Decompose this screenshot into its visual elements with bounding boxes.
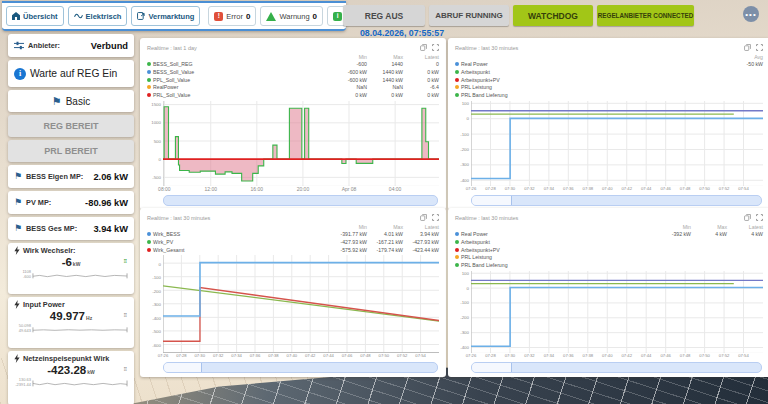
legend-value: 4.01 kW bbox=[367, 231, 403, 237]
legend-row[interactable]: BESS_Soll_REG-60014400 bbox=[147, 61, 439, 69]
fullscreen-icon[interactable] bbox=[432, 44, 439, 51]
tab-vermarktung[interactable]: Vermarktung bbox=[131, 6, 200, 26]
legend-row[interactable]: Real Power-392 kW4 kW4 kW bbox=[455, 231, 763, 239]
tab-elektrisch[interactable]: Elektrisch bbox=[68, 6, 128, 26]
copy-icon[interactable] bbox=[420, 44, 427, 51]
chart-title: Realtime : last 30 minutes bbox=[455, 45, 518, 51]
regelanbieter-connected-button[interactable]: REGELANBIETER CONNECTED bbox=[597, 5, 694, 26]
legend-value: -427.93 kW bbox=[331, 239, 367, 245]
fullscreen-icon[interactable] bbox=[756, 44, 763, 51]
legend-value: -392 kW bbox=[655, 231, 691, 237]
plot-area[interactable] bbox=[471, 271, 763, 353]
legend-value: -575.92 kW bbox=[331, 247, 367, 253]
legend-row[interactable]: Arbeitspunkt+PV bbox=[455, 246, 763, 254]
x-tick-label: 07:40 bbox=[287, 353, 297, 358]
plot-area[interactable] bbox=[163, 255, 439, 353]
chart-navigator[interactable] bbox=[471, 362, 762, 373]
navigator-selection[interactable] bbox=[164, 363, 202, 372]
y-axis-labels: 1000-100-200-300-400 bbox=[455, 101, 471, 186]
fullscreen-icon[interactable] bbox=[756, 214, 763, 221]
legend-header: Avg bbox=[455, 53, 763, 61]
tab-label: Elektrisch bbox=[86, 12, 122, 21]
chart-navigator[interactable] bbox=[471, 195, 762, 206]
mini-grid-icon[interactable]: ⠿ bbox=[123, 366, 128, 372]
chart-legend: AvgReal Power-50 kWArbeitspunktArbeitspu… bbox=[455, 53, 763, 99]
y-tick-label: -100 bbox=[460, 300, 469, 305]
fullscreen-icon[interactable] bbox=[432, 214, 439, 221]
x-tick-label: 07:34 bbox=[544, 186, 554, 191]
legend-dot bbox=[455, 240, 459, 244]
legend-row[interactable]: PPL_Soll_Value-600 kW1440 kW0 kW bbox=[147, 76, 439, 84]
abruf-running-button[interactable]: ABRUF RUNNING bbox=[429, 5, 509, 26]
copy-icon[interactable] bbox=[420, 214, 427, 221]
mini-grid-icon[interactable]: ⠿ bbox=[123, 258, 128, 264]
copy-icon[interactable] bbox=[744, 214, 751, 221]
x-tick-label: 07:42 bbox=[621, 186, 631, 191]
x-tick-label: 07:26 bbox=[466, 353, 476, 358]
tab-label: Vermarktung bbox=[148, 12, 194, 21]
error-counter[interactable]: ! Error 0 bbox=[208, 6, 256, 26]
legend-value: NaN bbox=[331, 84, 367, 90]
x-tick-label: 07:48 bbox=[360, 353, 370, 358]
y-tick-label: -200 bbox=[460, 315, 469, 320]
plot-area[interactable] bbox=[471, 101, 763, 186]
metric-pv-mp: ⚑ PV MP: -80.96 kW bbox=[8, 191, 134, 214]
legend-row[interactable]: PRL Leistung bbox=[455, 253, 763, 261]
copy-icon[interactable] bbox=[744, 44, 751, 51]
navigator-selection[interactable] bbox=[472, 363, 512, 372]
legend-row[interactable]: Arbeitspunkt+PV bbox=[455, 76, 763, 84]
legend-row[interactable]: Arbeitspunkt bbox=[455, 238, 763, 246]
legend-row[interactable]: PRL_Soll_Value0 kW0 kW0 kW bbox=[147, 91, 439, 99]
prl-bereit-button[interactable]: PRL BEREIT bbox=[8, 140, 134, 162]
reg-bereit-button[interactable]: REG BEREIT bbox=[8, 115, 134, 137]
navigator-selection[interactable] bbox=[472, 196, 512, 205]
plot-area[interactable] bbox=[163, 101, 439, 186]
legend-row[interactable]: PRL Band Lieferung bbox=[455, 261, 763, 269]
tab-uebersicht[interactable]: Übersicht bbox=[6, 6, 64, 26]
legend-value: NaN bbox=[367, 84, 403, 90]
legend-value: 4 kW bbox=[691, 231, 727, 237]
legend-row[interactable]: PRL Leistung bbox=[455, 83, 763, 91]
y-tick-label: 0 bbox=[159, 261, 161, 266]
x-tick-label: 07:44 bbox=[641, 353, 651, 358]
legend-dot bbox=[147, 62, 151, 66]
x-tick-label: 07:38 bbox=[583, 186, 593, 191]
x-tick-label: 07:30 bbox=[505, 186, 515, 191]
chart-legend: MinMaxLatestBESS_Soll_REG-60014400BESS_S… bbox=[147, 53, 439, 99]
warning-counter[interactable]: Warnung 0 bbox=[260, 6, 323, 26]
legend-row[interactable]: Arbeitspunkt bbox=[455, 68, 763, 76]
watchdog-button[interactable]: WATCHDOG bbox=[513, 5, 593, 26]
legend-row[interactable]: Wirk_Gesamt-575.92 kW-179.74 kW-423.44 k… bbox=[147, 246, 439, 254]
legend-column-header: Min bbox=[655, 224, 691, 230]
legend-column-header: Avg bbox=[727, 54, 763, 60]
x-tick-label: 07:32 bbox=[524, 353, 534, 358]
reg-status-card: i Warte auf REG Ein bbox=[8, 60, 134, 87]
more-options-button[interactable]: ••• bbox=[743, 6, 759, 22]
sparkline bbox=[32, 324, 128, 334]
sparkline bbox=[32, 270, 128, 280]
reg-aus-button[interactable]: REG AUS bbox=[343, 5, 425, 26]
legend-row[interactable]: BESS_Soll_Value-600 kW1440 kW0 kW bbox=[147, 68, 439, 76]
legend-row[interactable]: PRL Band Lieferung bbox=[455, 91, 763, 99]
legend-row[interactable]: RealPowerNaNNaN-6.4 bbox=[147, 83, 439, 91]
metric-label: PV MP: bbox=[26, 198, 51, 207]
legend-dot bbox=[455, 78, 459, 82]
legend-dot bbox=[147, 85, 151, 89]
legend-row[interactable]: Wirk_PV-427.93 kW-167.21 kW-427.93 kW bbox=[147, 238, 439, 246]
legend-header: MinMaxLatest bbox=[455, 223, 763, 231]
chart-navigator[interactable] bbox=[163, 195, 438, 206]
legend-dot bbox=[455, 70, 459, 74]
legend-value: 0 kW bbox=[403, 92, 439, 98]
y-tick-label: -500 bbox=[152, 174, 161, 179]
mode-card[interactable]: ⚑ Basic bbox=[8, 90, 134, 112]
anbieter-card[interactable]: Anbieter: Verbund bbox=[8, 34, 134, 57]
anbieter-label: Anbieter: bbox=[28, 41, 60, 50]
chart-navigator[interactable] bbox=[163, 362, 438, 373]
legend-row[interactable]: Wirk_BESS-391.77 kW4.01 kW3.94 kW bbox=[147, 231, 439, 239]
legend-dot bbox=[455, 255, 459, 259]
x-tick-label: 07:42 bbox=[621, 353, 631, 358]
warning-icon bbox=[266, 12, 276, 21]
legend-column-header: Min bbox=[331, 54, 367, 60]
mini-grid-icon[interactable]: ⠿ bbox=[123, 312, 128, 318]
legend-row[interactable]: Real Power-50 kW bbox=[455, 61, 763, 69]
